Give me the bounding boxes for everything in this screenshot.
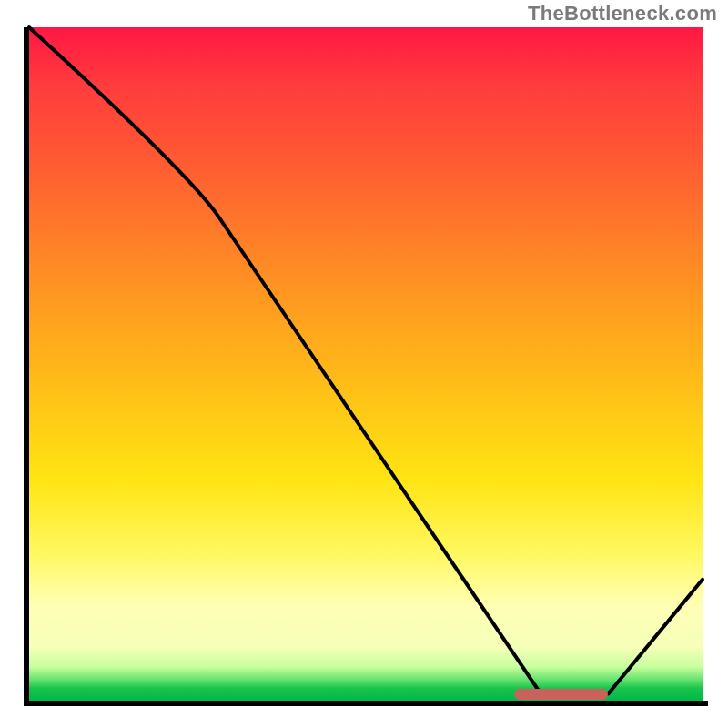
plot-area: [29, 27, 703, 701]
chart-container: TheBottleneck.com: [0, 0, 728, 728]
x-axis: [24, 701, 708, 706]
curve-path: [29, 27, 703, 695]
optimal-range-marker: [514, 689, 609, 700]
line-series: [29, 27, 703, 701]
watermark-text: TheBottleneck.com: [528, 2, 717, 25]
